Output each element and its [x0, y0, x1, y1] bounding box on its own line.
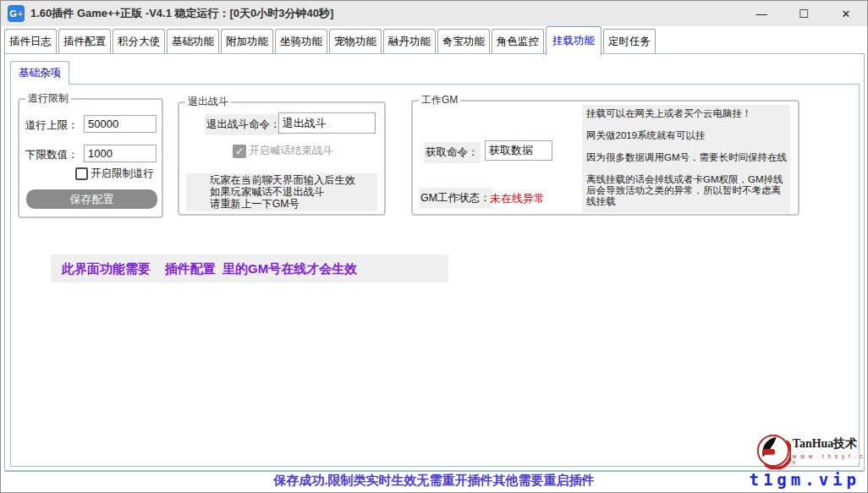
window-controls: — ☐ ✕ [740, 1, 867, 26]
title-bar: G+ 1.60插件 Game++正版 -V4.1 稳定运行：[0天0小时3分钟4… [1, 1, 867, 26]
note-paragraph: 离线挂载的话会掉线或者卡GM权限，GM掉线后会导致活动之类的异常，所以暂时不考虑… [586, 174, 788, 207]
checkbox-icon [75, 167, 88, 180]
close-button[interactable]: ✕ [825, 1, 867, 26]
exit-battle-group-title: 退出战斗 [185, 96, 231, 108]
gm-status-label: GM工作状态： [419, 188, 492, 209]
main-tab-基础功能[interactable]: 基础功能 [167, 29, 219, 53]
main-tab-角色监控[interactable]: 角色监控 [492, 29, 544, 53]
main-tab-插件日志[interactable]: 插件日志 [4, 29, 57, 53]
daoxing-upper-input[interactable] [84, 115, 157, 133]
maximize-button[interactable]: ☐ [783, 1, 825, 26]
subtab-page: 道行限制 道行上限： 下限数值： 开启限制道行 保存配置 退出战斗 退出战斗命令… [10, 84, 860, 467]
gm-online-notice: 此界面功能需要 插件配置 里的GM号在线才会生效 [51, 255, 448, 282]
tanhua-logo: TanHua技术 w w w . t h s y f . c n [755, 432, 867, 469]
note-line: 如果玩家喊话不退出战斗 [210, 187, 377, 199]
app-window: G+ 1.60插件 Game++正版 -V4.1 稳定运行：[0天0小时3分钟4… [0, 0, 868, 493]
limit-daoxing-checkbox-label: 开启限制道行 [91, 167, 154, 181]
daoxing-lower-label: 下限数值： [25, 148, 79, 162]
exit-battle-group: 退出战斗 退出战斗命令： 开启喊话结束战斗 玩家在当前聊天界面输入后生效如果玩家… [178, 101, 386, 216]
main-tab-定时任务[interactable]: 定时任务 [603, 29, 656, 53]
daoxing-limit-group: 道行限制 道行上限： 下限数值： 开启限制道行 保存配置 [18, 98, 163, 218]
window-title: 1.60插件 Game++正版 -V4.1 稳定运行：[0天0小时3分钟40秒] [30, 6, 333, 21]
main-tab-坐骑功能[interactable]: 坐骑功能 [275, 29, 327, 53]
exit-battle-command-label: 退出战斗命令： [205, 114, 283, 135]
checkbox-checked-icon [233, 145, 246, 158]
main-tab-融丹功能[interactable]: 融丹功能 [383, 29, 436, 53]
tanhua-url: w w w . t h s y f . c n [793, 453, 867, 465]
note-paragraph: 因为很多数据调用GM号，需要长时间保持在线 [586, 152, 788, 163]
note-paragraph: 网关做2019系统就有可以挂 [586, 130, 788, 141]
site-label: t1gm.vip [749, 470, 860, 489]
exit-battle-note: 玩家在当前聊天界面输入后生效如果玩家喊话不退出战斗请重新上一下GM号 [186, 173, 377, 211]
main-tab-积分大使[interactable]: 积分大使 [113, 29, 165, 53]
main-tab-挂载功能[interactable]: 挂载功能 [546, 26, 602, 55]
main-tab-插件配置[interactable]: 插件配置 [58, 29, 111, 53]
main-tab-附加功能[interactable]: 附加功能 [221, 29, 273, 53]
save-config-button[interactable]: 保存配置 [26, 189, 157, 209]
main-tab-奇宝功能[interactable]: 奇宝功能 [437, 29, 490, 53]
daoxing-group-title: 道行限制 [25, 92, 71, 105]
main-tab-宠物功能[interactable]: 宠物功能 [329, 29, 382, 53]
status-message: 保存成功.限制类实时生效无需重开插件其他需要重启插件 [1, 473, 867, 489]
shout-end-battle-checkbox-label: 开启喊话结束战斗 [249, 144, 333, 158]
app-icon-g: G [9, 8, 17, 19]
daoxing-upper-label: 道行上限： [25, 118, 79, 133]
note-line: 请重新上一下GM号 [210, 199, 377, 211]
fetch-command-input[interactable] [485, 140, 552, 161]
statusbar-divider [4, 471, 864, 472]
daoxing-lower-input[interactable] [84, 145, 157, 162]
workgm-notes: 挂载可以在网关上或者买个云电脑挂！网关做2019系统就有可以挂因为很多数据调用G… [582, 105, 790, 213]
note-line: 玩家在当前聊天界面输入后生效 [210, 175, 377, 187]
note-paragraph: 挂载可以在网关上或者买个云电脑挂！ [586, 108, 788, 119]
fetch-command-label: 获取命令： [424, 142, 481, 163]
tanhua-logo-icon [755, 432, 791, 469]
shout-end-battle-checkbox[interactable]: 开启喊话结束战斗 [233, 144, 333, 158]
app-icon-plus: + [18, 9, 23, 19]
tanhua-logo-text: TanHua技术 w w w . t h s y f . c n [793, 436, 867, 465]
app-icon: G+ [8, 5, 25, 22]
exit-battle-command-input[interactable] [278, 112, 376, 134]
work-gm-group: 工作GM 获取命令： GM工作状态： 未在线异常 挂载可以在网关上或者买个云电脑… [411, 100, 799, 216]
limit-daoxing-checkbox[interactable]: 开启限制道行 [75, 167, 154, 181]
minimize-button[interactable]: — [740, 1, 783, 26]
subtab-basic-misc[interactable]: 基础杂项 [10, 61, 69, 85]
gm-status-value: 未在线异常 [490, 191, 545, 206]
work-gm-group-title: 工作GM [419, 94, 460, 107]
content-panel: 基础杂项 道行限制 道行上限： 下限数值： 开启限制道行 保存配置 退出战斗 退… [4, 53, 865, 471]
tanhua-brand: TanHua技术 [793, 436, 867, 452]
main-tab-strip: 插件日志插件配置积分大使基础功能附加功能坐骑功能宠物功能融丹功能奇宝功能角色监控… [4, 27, 657, 53]
